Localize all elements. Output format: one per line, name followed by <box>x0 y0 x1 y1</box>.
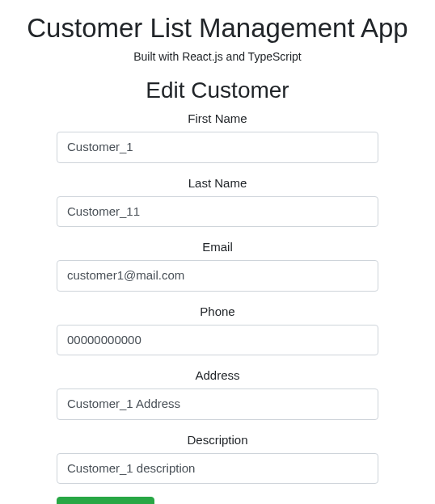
phone-label: Phone <box>57 304 378 318</box>
description-input[interactable] <box>57 453 378 485</box>
last-name-label: Last Name <box>57 176 378 190</box>
first-name-group: First Name <box>57 111 378 163</box>
description-group: Description <box>57 433 378 485</box>
app-title: Customer List Management App <box>13 13 422 44</box>
email-input[interactable] <box>57 260 378 292</box>
edit-customer-button[interactable]: Edit Customer <box>57 497 154 504</box>
email-label: Email <box>57 240 378 254</box>
app-subtitle: Built with React.js and TypeScript <box>13 50 422 63</box>
last-name-input[interactable] <box>57 196 378 228</box>
address-label: Address <box>57 368 378 382</box>
last-name-group: Last Name <box>57 176 378 228</box>
address-group: Address <box>57 368 378 420</box>
phone-group: Phone <box>57 304 378 356</box>
phone-input[interactable] <box>57 325 378 356</box>
first-name-input[interactable] <box>57 132 378 163</box>
first-name-label: First Name <box>57 111 378 125</box>
address-input[interactable] <box>57 388 378 420</box>
edit-customer-form: Edit Customer First Name Last Name Email… <box>57 78 378 504</box>
email-group: Email <box>57 240 378 292</box>
description-label: Description <box>57 433 378 447</box>
form-title: Edit Customer <box>57 78 378 103</box>
